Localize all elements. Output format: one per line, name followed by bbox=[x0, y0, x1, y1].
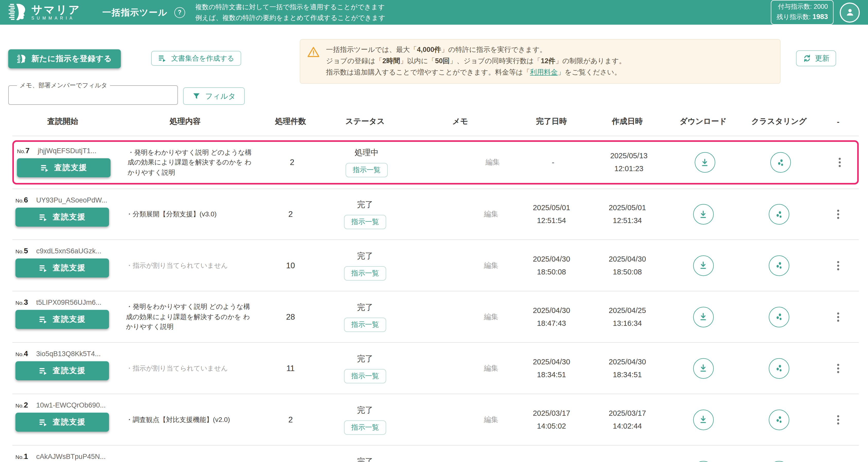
content-cell: ・調査観点【対比支援機能】(v2.0) bbox=[113, 415, 257, 425]
instruction-list-button[interactable]: 指示一覧 bbox=[346, 163, 388, 177]
review-support-button[interactable]: 査読支援 bbox=[16, 412, 109, 432]
memo-edit-button[interactable]: 編集 bbox=[486, 158, 500, 167]
job-number-line: No.6 UY93Pu_ASoeoPdW... bbox=[16, 196, 113, 204]
review-support-button[interactable]: 査読支援 bbox=[16, 259, 109, 277]
more-menu-button[interactable] bbox=[835, 309, 842, 324]
memo-cell: 編集 bbox=[406, 261, 514, 270]
download-button[interactable] bbox=[693, 358, 713, 378]
job-content: ・発明をわかりやすく説明 どのような構成の効果により課題を解決するのかを わかり… bbox=[126, 302, 254, 332]
register-instruction-button[interactable]: 新たに指示を登録する bbox=[8, 50, 121, 68]
col-download: ダウンロード bbox=[666, 117, 741, 126]
job-number-prefix: No. bbox=[16, 351, 24, 357]
status-text: 完了 bbox=[357, 405, 373, 416]
memo-cell: 編集 bbox=[406, 210, 514, 219]
refresh-button[interactable]: 更新 bbox=[796, 51, 836, 66]
more-menu-button[interactable] bbox=[835, 258, 842, 273]
clustering-cell bbox=[742, 152, 819, 173]
download-cell bbox=[666, 255, 741, 276]
review-support-button[interactable]: 査読支援 bbox=[16, 361, 109, 380]
download-cell bbox=[666, 409, 741, 430]
clustering-button[interactable] bbox=[770, 152, 791, 173]
page-title: 一括指示ツール bbox=[102, 6, 167, 18]
created-at-cell: 2025/05/13 12:01:23 bbox=[590, 150, 668, 175]
controls-bar: 新たに指示を登録する 文書集合を作成する 一括指示ツールでは、最大「4,000件… bbox=[0, 25, 868, 81]
playlist-icon bbox=[40, 163, 50, 172]
status-cell: 完了 指示一覧 bbox=[324, 405, 406, 434]
job-number-prefix: No. bbox=[16, 402, 24, 408]
created-time: 13:16:34 bbox=[589, 317, 666, 329]
created-at-cell: 2025/03/17 14:02:44 bbox=[589, 407, 666, 432]
download-button[interactable] bbox=[693, 306, 713, 327]
status-text: 完了 bbox=[357, 199, 373, 210]
review-support-button[interactable]: 査読支援 bbox=[17, 158, 111, 177]
memo-edit-button[interactable]: 編集 bbox=[484, 415, 498, 424]
table-header: 査読開始 処理内容 処理件数 ステータス メモ 完了日時 作成日時 ダウンロード… bbox=[12, 107, 859, 136]
completed-date: 2025/03/17 bbox=[514, 407, 589, 420]
download-button[interactable] bbox=[693, 409, 713, 430]
job-number-prefix: No. bbox=[16, 197, 24, 203]
more-menu-button[interactable] bbox=[835, 361, 842, 375]
table-row: No.1 cAkAJWsBTpuP45N... 査読支援 完了 指示一覧 bbox=[12, 446, 859, 462]
user-avatar[interactable] bbox=[840, 2, 860, 22]
clustering-button[interactable] bbox=[769, 461, 789, 462]
tool-description-line2: 例えば、複数の特許の要約をまとめて作成することができます bbox=[195, 12, 385, 23]
job-number: 4 bbox=[24, 350, 28, 358]
created-time: 14:02:44 bbox=[589, 420, 666, 432]
instruction-list-button[interactable]: 指示一覧 bbox=[344, 266, 386, 280]
memo-edit-button[interactable]: 編集 bbox=[484, 312, 498, 322]
quota-remaining: 残り指示数: 1983 bbox=[776, 12, 828, 23]
clustering-button[interactable] bbox=[769, 358, 789, 378]
memo-edit-button[interactable]: 編集 bbox=[484, 261, 498, 270]
playlist-icon bbox=[39, 263, 48, 273]
usage-fee-link[interactable]: 利用料金 bbox=[530, 68, 558, 76]
job-id: t5LIPX09R56UJm6... bbox=[36, 299, 101, 306]
more-menu-button[interactable] bbox=[836, 155, 843, 170]
table-body: No.7 jhjjWqEFSDutjT1... 査読支援 ・発明をわかりやすく説… bbox=[12, 140, 859, 462]
col-dash: - bbox=[817, 117, 859, 126]
download-cell bbox=[668, 152, 742, 173]
process-count: 10 bbox=[257, 261, 324, 270]
help-icon[interactable]: ? bbox=[174, 7, 185, 18]
create-docset-button[interactable]: 文書集合を作成する bbox=[151, 51, 241, 66]
table-row: No.6 UY93Pu_ASoeoPdW... 査読支援 ・分類展開【分類支援】… bbox=[12, 189, 859, 240]
more-menu-button[interactable] bbox=[835, 412, 842, 427]
completed-date: 2025/05/01 bbox=[514, 202, 589, 214]
job-id: c9xdL5xnS6aUGzk... bbox=[36, 247, 101, 255]
job-content: ・発明をわかりやすく説明 どのような構成の効果により課題を解決するのかを わかり… bbox=[127, 147, 256, 177]
download-button[interactable] bbox=[693, 461, 713, 462]
memo-edit-button[interactable]: 編集 bbox=[484, 364, 498, 373]
instruction-list-button[interactable]: 指示一覧 bbox=[344, 317, 386, 332]
memo-cell: 編集 bbox=[408, 158, 516, 167]
clustering-button[interactable] bbox=[769, 409, 789, 430]
review-start-cell: No.2 10w1-EWCQrOb690... 査読支援 bbox=[12, 394, 113, 445]
download-button[interactable] bbox=[694, 152, 715, 173]
clustering-button[interactable] bbox=[769, 255, 789, 276]
created-date: 2025/03/17 bbox=[589, 407, 666, 420]
memo-edit-button[interactable]: 編集 bbox=[484, 210, 498, 219]
cluster-dots-icon bbox=[774, 363, 784, 374]
instruction-list-button[interactable]: 指示一覧 bbox=[344, 215, 386, 229]
instruction-list-button[interactable]: 指示一覧 bbox=[344, 369, 386, 383]
filter-label: メモ、部署メンバーでフィルタ bbox=[17, 81, 110, 90]
summaria-logo: サマリア SUMMARIA bbox=[8, 3, 81, 22]
review-support-button[interactable]: 査読支援 bbox=[16, 310, 109, 329]
clustering-button[interactable] bbox=[769, 204, 789, 225]
clustering-cell bbox=[741, 409, 817, 430]
filter-button[interactable]: フィルタ bbox=[183, 87, 245, 105]
completed-time: 18:34:51 bbox=[514, 368, 589, 381]
instruction-list-button[interactable]: 指示一覧 bbox=[344, 420, 386, 434]
review-start-cell: No.1 cAkAJWsBTpuP45N... 査読支援 bbox=[12, 446, 113, 462]
download-button[interactable] bbox=[693, 204, 713, 225]
clustering-cell bbox=[741, 306, 817, 327]
review-start-cell: No.5 c9xdL5xnS6aUGzk... 査読支援 bbox=[12, 240, 113, 291]
review-support-button[interactable]: 査読支援 bbox=[16, 208, 109, 227]
status-text: 完了 bbox=[357, 302, 373, 313]
download-button[interactable] bbox=[693, 255, 713, 276]
job-number-line: No.1 cAkAJWsBTpuP45N... bbox=[16, 452, 113, 460]
playlist-icon bbox=[39, 418, 48, 427]
more-menu-button[interactable] bbox=[835, 207, 842, 222]
filter-input[interactable] bbox=[14, 90, 174, 100]
create-docset-label: 文書集合を作成する bbox=[171, 54, 234, 63]
clustering-button[interactable] bbox=[769, 306, 789, 327]
job-content: ・分類展開【分類支援】(v3.0) bbox=[126, 209, 254, 220]
